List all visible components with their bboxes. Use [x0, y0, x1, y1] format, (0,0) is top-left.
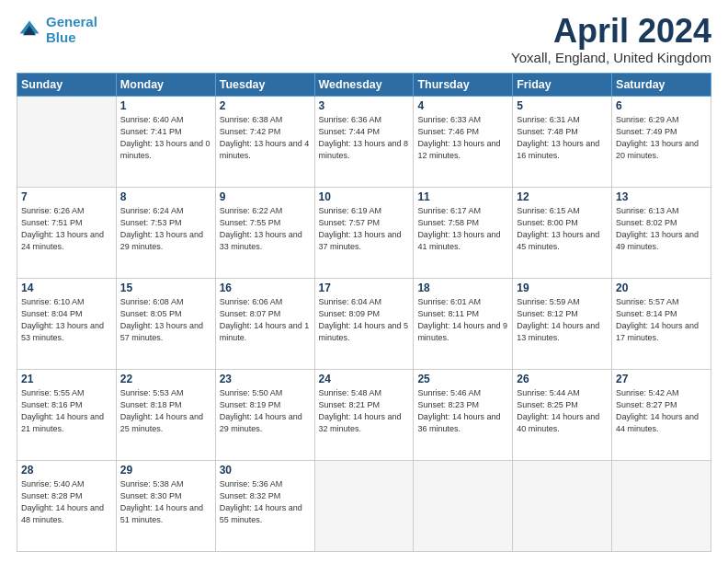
day-number: 27 [616, 373, 707, 385]
col-wednesday: Wednesday [314, 74, 414, 97]
day-info: Sunrise: 6:06 AMSunset: 8:07 PMDaylight:… [220, 296, 311, 344]
logo-icon [17, 17, 42, 43]
calendar-cell: 6Sunrise: 6:29 AMSunset: 7:49 PMDaylight… [612, 97, 711, 188]
calendar-cell: 5Sunrise: 6:31 AMSunset: 7:48 PMDaylight… [513, 97, 612, 188]
day-number: 2 [220, 99, 311, 112]
calendar-week-1: 7Sunrise: 6:26 AMSunset: 7:51 PMDaylight… [17, 188, 711, 279]
calendar-week-0: 1Sunrise: 6:40 AMSunset: 7:41 PMDaylight… [17, 97, 711, 188]
day-number: 1 [120, 99, 211, 112]
day-number: 10 [319, 190, 410, 203]
day-info: Sunrise: 6:10 AMSunset: 8:04 PMDaylight:… [21, 296, 112, 344]
calendar-week-2: 14Sunrise: 6:10 AMSunset: 8:04 PMDayligh… [17, 279, 711, 370]
day-info: Sunrise: 5:36 AMSunset: 8:32 PMDaylight:… [220, 478, 311, 526]
calendar-cell: 13Sunrise: 6:13 AMSunset: 8:02 PMDayligh… [612, 188, 711, 279]
day-info: Sunrise: 6:38 AMSunset: 7:42 PMDaylight:… [220, 114, 311, 162]
day-number: 15 [120, 282, 211, 294]
day-number: 14 [21, 282, 112, 294]
calendar-cell: 18Sunrise: 6:01 AMSunset: 8:11 PMDayligh… [414, 279, 513, 370]
day-info: Sunrise: 5:53 AMSunset: 8:18 PMDaylight:… [120, 387, 211, 435]
page: General Blue April 2024 Yoxall, England,… [0, 0, 728, 563]
calendar-cell: 29Sunrise: 5:38 AMSunset: 8:30 PMDayligh… [116, 461, 215, 552]
day-number: 28 [21, 464, 112, 477]
logo-text: General Blue [46, 15, 97, 45]
calendar-week-4: 28Sunrise: 5:40 AMSunset: 8:28 PMDayligh… [17, 461, 711, 552]
calendar-cell: 14Sunrise: 6:10 AMSunset: 8:04 PMDayligh… [17, 279, 117, 370]
calendar-cell: 11Sunrise: 6:17 AMSunset: 7:58 PMDayligh… [414, 188, 513, 279]
location-title: Yoxall, England, United Kingdom [511, 50, 711, 65]
logo-line1: General [46, 14, 97, 29]
calendar-cell: 9Sunrise: 6:22 AMSunset: 7:55 PMDaylight… [215, 188, 314, 279]
calendar-cell: 4Sunrise: 6:33 AMSunset: 7:46 PMDaylight… [414, 97, 513, 188]
day-info: Sunrise: 6:24 AMSunset: 7:53 PMDaylight:… [120, 205, 211, 253]
day-number: 7 [21, 190, 112, 203]
calendar-cell [612, 461, 711, 552]
day-info: Sunrise: 6:31 AMSunset: 7:48 PMDaylight:… [517, 114, 608, 162]
day-info: Sunrise: 5:38 AMSunset: 8:30 PMDaylight:… [120, 478, 211, 526]
calendar-cell: 1Sunrise: 6:40 AMSunset: 7:41 PMDaylight… [116, 97, 215, 188]
day-info: Sunrise: 6:08 AMSunset: 8:05 PMDaylight:… [120, 296, 211, 344]
col-saturday: Saturday [612, 74, 711, 97]
day-number: 20 [616, 282, 707, 294]
calendar-cell: 30Sunrise: 5:36 AMSunset: 8:32 PMDayligh… [215, 461, 314, 552]
day-info: Sunrise: 6:33 AMSunset: 7:46 PMDaylight:… [417, 114, 508, 162]
day-info: Sunrise: 6:17 AMSunset: 7:58 PMDaylight:… [417, 205, 508, 253]
col-friday: Friday [513, 74, 612, 97]
day-number: 29 [120, 464, 211, 477]
day-number: 22 [120, 373, 211, 385]
day-number: 30 [220, 464, 311, 477]
day-number: 9 [220, 190, 311, 203]
day-info: Sunrise: 6:13 AMSunset: 8:02 PMDaylight:… [616, 205, 707, 253]
col-tuesday: Tuesday [215, 74, 314, 97]
day-info: Sunrise: 5:59 AMSunset: 8:12 PMDaylight:… [517, 296, 608, 344]
day-info: Sunrise: 6:04 AMSunset: 8:09 PMDaylight:… [319, 296, 410, 344]
day-number: 16 [220, 282, 311, 294]
calendar-cell [314, 461, 414, 552]
calendar-cell: 3Sunrise: 6:36 AMSunset: 7:44 PMDaylight… [314, 97, 414, 188]
day-info: Sunrise: 5:42 AMSunset: 8:27 PMDaylight:… [616, 387, 707, 435]
day-number: 17 [319, 282, 410, 294]
calendar-cell: 7Sunrise: 6:26 AMSunset: 7:51 PMDaylight… [17, 188, 117, 279]
day-number: 11 [417, 190, 508, 203]
day-number: 5 [517, 99, 608, 112]
calendar-cell: 15Sunrise: 6:08 AMSunset: 8:05 PMDayligh… [116, 279, 215, 370]
calendar-cell: 27Sunrise: 5:42 AMSunset: 8:27 PMDayligh… [612, 370, 711, 461]
day-number: 8 [120, 190, 211, 203]
calendar-cell: 26Sunrise: 5:44 AMSunset: 8:25 PMDayligh… [513, 370, 612, 461]
day-info: Sunrise: 6:22 AMSunset: 7:55 PMDaylight:… [220, 205, 311, 253]
calendar-cell: 17Sunrise: 6:04 AMSunset: 8:09 PMDayligh… [314, 279, 414, 370]
day-number: 19 [517, 282, 608, 294]
day-info: Sunrise: 5:44 AMSunset: 8:25 PMDaylight:… [517, 387, 608, 435]
calendar-cell: 10Sunrise: 6:19 AMSunset: 7:57 PMDayligh… [314, 188, 414, 279]
calendar-cell: 21Sunrise: 5:55 AMSunset: 8:16 PMDayligh… [17, 370, 117, 461]
day-number: 24 [319, 373, 410, 385]
calendar-header-row: Sunday Monday Tuesday Wednesday Thursday… [17, 74, 711, 97]
calendar-cell: 25Sunrise: 5:46 AMSunset: 8:23 PMDayligh… [414, 370, 513, 461]
calendar-cell: 23Sunrise: 5:50 AMSunset: 8:19 PMDayligh… [215, 370, 314, 461]
day-number: 23 [220, 373, 311, 385]
day-info: Sunrise: 6:15 AMSunset: 8:00 PMDaylight:… [517, 205, 608, 253]
day-number: 6 [616, 99, 707, 112]
title-block: April 2024 Yoxall, England, United Kingd… [511, 15, 711, 65]
day-info: Sunrise: 6:29 AMSunset: 7:49 PMDaylight:… [616, 114, 707, 162]
calendar-cell: 19Sunrise: 5:59 AMSunset: 8:12 PMDayligh… [513, 279, 612, 370]
day-number: 12 [517, 190, 608, 203]
calendar-cell [513, 461, 612, 552]
day-info: Sunrise: 5:57 AMSunset: 8:14 PMDaylight:… [616, 296, 707, 344]
calendar-cell: 2Sunrise: 6:38 AMSunset: 7:42 PMDaylight… [215, 97, 314, 188]
calendar-cell [17, 97, 117, 188]
day-number: 13 [616, 190, 707, 203]
day-number: 4 [417, 99, 508, 112]
day-number: 21 [21, 373, 112, 385]
day-number: 18 [417, 282, 508, 294]
month-title: April 2024 [511, 15, 711, 48]
day-info: Sunrise: 5:46 AMSunset: 8:23 PMDaylight:… [417, 387, 508, 435]
day-info: Sunrise: 5:40 AMSunset: 8:28 PMDaylight:… [21, 478, 112, 526]
calendar-cell: 24Sunrise: 5:48 AMSunset: 8:21 PMDayligh… [314, 370, 414, 461]
col-sunday: Sunday [17, 74, 117, 97]
col-monday: Monday [116, 74, 215, 97]
day-number: 25 [417, 373, 508, 385]
calendar-cell: 16Sunrise: 6:06 AMSunset: 8:07 PMDayligh… [215, 279, 314, 370]
calendar-cell [414, 461, 513, 552]
col-thursday: Thursday [414, 74, 513, 97]
logo-line2: Blue [46, 29, 76, 45]
